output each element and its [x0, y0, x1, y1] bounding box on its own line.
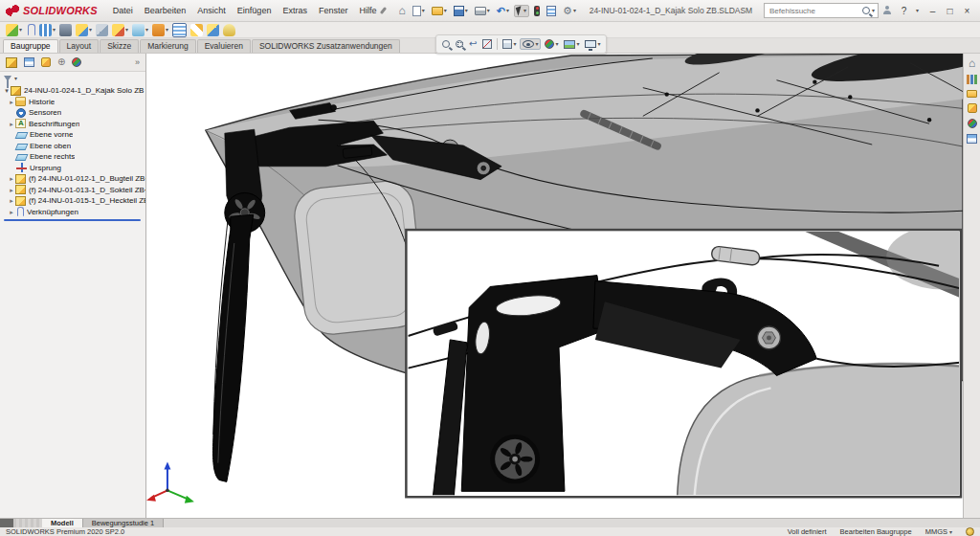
tree-root-assembly[interactable]: 24-INU-01-024-1_D_Kajak Solo ZB (Solo mi…	[2, 85, 145, 97]
part-icon	[15, 185, 26, 194]
tree-item-ebene-vorne[interactable]: Ebene vorne	[2, 129, 145, 141]
units-selector[interactable]: MMGS	[925, 527, 952, 536]
tree-item-heckteil[interactable]: (f) 24-INU-01-015-1_D_Heckteil ZB<1> (He…	[2, 195, 145, 207]
custom-properties-icon[interactable]	[967, 134, 977, 144]
property-manager-tab-icon[interactable]	[24, 57, 34, 67]
tree-item-ursprung[interactable]: Ursprung	[2, 163, 145, 174]
show-hidden-components-button[interactable]	[96, 24, 108, 36]
detail-inset[interactable]	[406, 225, 963, 497]
chevron-down-icon[interactable]	[14, 76, 17, 81]
panel-chevron-icon[interactable]	[135, 58, 140, 67]
move-component-button[interactable]	[76, 24, 92, 36]
snapshot-button[interactable]	[223, 24, 235, 36]
menu-fenster[interactable]: Fenster	[313, 4, 354, 17]
new-document-button[interactable]	[411, 5, 427, 17]
maximize-button[interactable]: □	[942, 4, 958, 18]
view-settings-button[interactable]	[583, 39, 602, 49]
viewport-3d-scene[interactable]	[146, 54, 963, 518]
menu-ansicht[interactable]: Ansicht	[191, 4, 232, 17]
edit-appearance-button[interactable]	[543, 38, 560, 50]
tab-scroll-area[interactable]	[13, 519, 42, 527]
display-manager-tab-icon[interactable]	[72, 57, 81, 67]
tab-baugruppe[interactable]: Baugruppe	[3, 39, 58, 53]
smart-fasteners-button[interactable]	[59, 24, 72, 36]
home-button[interactable]	[396, 4, 407, 17]
tree-item-beschriftungen[interactable]: Beschriftungen	[2, 119, 145, 130]
caret-right-icon[interactable]	[8, 187, 15, 193]
3ds-logo-icon	[5, 5, 20, 16]
tree-item-verknuepfungen[interactable]: Verknüpfungen	[2, 207, 145, 218]
options-button[interactable]	[561, 5, 578, 17]
help-button[interactable]: ?	[896, 4, 912, 18]
configuration-manager-tab-icon[interactable]	[41, 57, 51, 67]
undo-button[interactable]	[495, 5, 511, 17]
instant3d-button[interactable]	[207, 24, 219, 36]
bill-of-materials-button[interactable]	[172, 23, 187, 37]
menu-datei[interactable]: Datei	[107, 4, 139, 17]
feature-tree-tab-icon[interactable]	[6, 57, 17, 68]
tree-item-historie[interactable]: Historie	[2, 97, 145, 108]
search-icon[interactable]	[862, 7, 870, 14]
open-button[interactable]	[430, 6, 449, 16]
zoom-to-area-button[interactable]	[454, 39, 465, 49]
quick-tips-icon[interactable]	[966, 527, 974, 536]
home-tab-icon[interactable]	[969, 57, 975, 69]
rollback-bar[interactable]	[4, 219, 141, 221]
tab-bewegungsstudie[interactable]: Bewegungsstudie 1	[83, 519, 164, 527]
tab-layout[interactable]: Layout	[59, 39, 100, 53]
save-button[interactable]	[452, 5, 470, 17]
hide-show-items-button[interactable]	[520, 38, 541, 50]
caret-right-icon[interactable]	[8, 175, 15, 182]
tab-evaluieren[interactable]: Evaluieren	[197, 39, 251, 53]
dimxpert-tab-icon[interactable]	[57, 57, 65, 67]
exploded-view-button[interactable]	[190, 24, 203, 36]
appearances-scenes-icon[interactable]	[968, 119, 977, 128]
tab-skizze[interactable]: Skizze	[100, 39, 139, 53]
caret-right-icon[interactable]	[8, 209, 15, 215]
close-button[interactable]: ×	[959, 4, 975, 18]
select-button[interactable]	[514, 5, 529, 17]
menu-extras[interactable]: Extras	[277, 4, 313, 17]
filter-funnel-icon[interactable]	[4, 76, 11, 81]
chevron-down-icon[interactable]	[916, 8, 919, 13]
search-input[interactable]	[768, 6, 860, 16]
menu-bearbeiten[interactable]: Bearbeiten	[139, 4, 192, 17]
print-button[interactable]	[473, 6, 492, 16]
scene-icon	[564, 40, 575, 49]
tree-item-sokteil[interactable]: (f) 24-INU-01-013-1_D_Sokteil ZB<1> (Sta…	[2, 185, 145, 196]
tab-markierung[interactable]: Markierung	[140, 39, 196, 53]
apply-scene-button[interactable]	[562, 39, 581, 50]
caret-down-icon[interactable]	[3, 87, 11, 94]
reference-geometry-button[interactable]	[132, 24, 148, 36]
tab-corner-handle[interactable]	[0, 519, 13, 527]
view-palette-icon[interactable]	[968, 103, 977, 113]
zoom-to-fit-button[interactable]	[440, 39, 452, 49]
tree-item-sensoren[interactable]: Sensoren	[2, 107, 145, 119]
caret-right-icon[interactable]	[8, 121, 15, 127]
rudder-blade[interactable]	[212, 214, 253, 481]
login-user-icon[interactable]	[882, 6, 892, 15]
design-library-icon[interactable]	[967, 75, 977, 84]
menu-einfuegen[interactable]: Einfügen	[232, 4, 278, 17]
file-explorer-icon[interactable]	[967, 90, 977, 98]
tree-item-ebene-rechts[interactable]: Ebene rechts	[2, 151, 145, 163]
linear-component-pattern-button[interactable]	[39, 24, 56, 36]
assembly-features-button[interactable]	[112, 24, 128, 36]
tree-item-ebene-oben[interactable]: Ebene oben	[2, 141, 145, 152]
display-style-button[interactable]	[501, 38, 518, 50]
previous-view-button[interactable]	[467, 38, 479, 50]
insert-components-button[interactable]	[6, 24, 22, 36]
mate-button[interactable]	[26, 24, 35, 35]
file-properties-button[interactable]	[545, 5, 558, 17]
tab-modell[interactable]: Modell	[42, 519, 83, 527]
minimize-button[interactable]: –	[924, 4, 941, 18]
section-view-button[interactable]	[480, 38, 494, 50]
caret-right-icon[interactable]	[8, 197, 15, 204]
rebuild-button[interactable]	[532, 5, 542, 17]
caret-right-icon[interactable]	[8, 99, 15, 105]
tree-item-bugteil[interactable]: (f) 24-INU-01-012-1_D_Bugteil ZB<1> (Sta…	[2, 173, 145, 185]
menu-hilfe[interactable]: Hilfe	[353, 4, 382, 17]
new-motion-study-button[interactable]	[152, 24, 168, 36]
tab-zusatzanwendungen[interactable]: SOLIDWORKS Zusatzanwendungen	[252, 39, 400, 53]
chevron-down-icon[interactable]	[872, 8, 875, 13]
